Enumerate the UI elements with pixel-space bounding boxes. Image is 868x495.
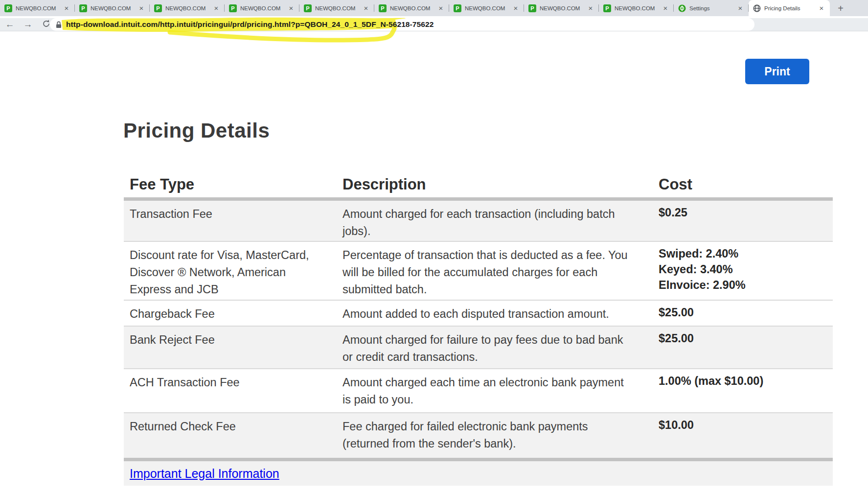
p-favicon: P [603, 4, 611, 12]
table-header-row: Fee Type Description Cost [124, 173, 833, 197]
description-cell: Amount charged each time an electronic b… [337, 369, 653, 412]
table-top-divider [124, 197, 833, 201]
address-bar[interactable]: http-download.intuit.com/http.intuit/pri… [50, 18, 754, 31]
p-favicon: P [4, 4, 12, 12]
tab-close-icon[interactable]: × [437, 4, 445, 12]
forward-icon[interactable]: → [22, 19, 34, 30]
cost-cell: $25.00 [653, 301, 833, 326]
fee-table-row-2: Discount rate for Visa, MasterCard, Disc… [124, 241, 833, 300]
globe-icon [753, 4, 761, 12]
tab-title: Pricing Details [764, 5, 814, 11]
print-button[interactable]: Print [745, 59, 809, 84]
tab-strip: PNEWQBO.COM×PNEWQBO.COM×PNEWQBO.COM×PNEW… [0, 0, 868, 16]
cost-cell: 1.00% (max $10.00) [653, 369, 833, 412]
tab-title: NEWQBO.COM [165, 5, 209, 11]
fee-table-row-1: Transaction FeeAmount charged for each t… [124, 201, 833, 241]
p-favicon: P [454, 4, 461, 12]
fee-table-row-6: Returned Check FeeFee charged for failed… [124, 412, 833, 458]
browser-tab-newqbo-com-2[interactable]: PNEWQBO.COM× [150, 0, 225, 16]
tab-title: NEWQBO.COM [390, 5, 434, 11]
tab-close-icon[interactable]: × [287, 4, 295, 12]
tab-title: NEWQBO.COM [16, 5, 59, 11]
tab-title: NEWQBO.COM [615, 5, 658, 11]
tab-title: NEWQBO.COM [315, 5, 359, 11]
p-favicon: P [79, 4, 87, 12]
browser-tab-newqbo-com-4[interactable]: PNEWQBO.COM× [299, 0, 374, 16]
important-legal-information-link[interactable]: Important Legal Information [130, 467, 279, 481]
tab-title: NEWQBO.COM [540, 5, 583, 11]
browser-toolbar: ← → http-download.intuit.com/http.intuit… [0, 16, 868, 31]
p-favicon: P [528, 4, 536, 12]
browser-tab-newqbo-com-3[interactable]: PNEWQBO.COM× [225, 0, 299, 16]
fee-type-cell: Returned Check Fee [124, 413, 337, 458]
column-header-cost: Cost [653, 176, 833, 193]
new-tab-button[interactable]: + [834, 1, 847, 15]
tab-title: NEWQBO.COM [240, 5, 284, 11]
page-content: Print Pricing Details Fee Type Descripti… [0, 32, 868, 495]
back-icon[interactable]: ← [4, 19, 16, 30]
browser-tab-newqbo-com-0[interactable]: PNEWQBO.COM× [0, 0, 75, 16]
url-text: http-download.intuit.com/http.intuit/pri… [66, 20, 434, 29]
tab-close-icon[interactable]: × [137, 4, 145, 12]
description-cell: Amount charged for each transaction (inc… [337, 201, 653, 241]
browser-tab-settings-9[interactable]: Settings× [674, 0, 749, 16]
browser-tab-newqbo-com-8[interactable]: PNEWQBO.COM× [599, 0, 674, 16]
description-cell: Amount added to each disputed transactio… [337, 301, 653, 326]
fee-type-cell: Chargeback Fee [124, 301, 337, 326]
tab-title: Settings [689, 5, 733, 11]
p-favicon: P [379, 4, 387, 12]
fee-type-cell: Discount rate for Visa, MasterCard, Disc… [124, 242, 337, 300]
p-favicon: P [304, 4, 312, 12]
tab-close-icon[interactable]: × [587, 4, 594, 12]
cost-cell: Swiped: 2.40% Keyed: 3.40% EInvoice: 2.9… [653, 242, 833, 300]
tab-title: NEWQBO.COM [91, 5, 134, 11]
p-favicon: P [154, 4, 162, 12]
fee-type-cell: Bank Reject Fee [124, 327, 337, 368]
fee-table-row-5: ACH Transaction FeeAmount charged each t… [124, 368, 833, 412]
column-header-fee-type: Fee Type [124, 176, 337, 193]
tab-close-icon[interactable]: × [63, 4, 70, 12]
tab-close-icon[interactable]: × [736, 4, 744, 12]
tab-title: NEWQBO.COM [465, 5, 508, 11]
padlock-icon [56, 21, 62, 28]
page-title: Pricing Details [123, 119, 270, 142]
p-favicon: P [229, 4, 237, 12]
browser-tab-pricing-details-10[interactable]: Pricing Details× [749, 0, 830, 16]
tab-close-icon[interactable]: × [362, 4, 370, 12]
description-cell: Percentage of transaction that is deduct… [337, 242, 653, 300]
table-footer-row: Important Legal Information [124, 461, 833, 486]
cost-cell: $10.00 [653, 413, 833, 458]
description-cell: Fee charged for failed electronic bank p… [337, 413, 653, 458]
fee-table-row-3: Chargeback FeeAmount added to each dispu… [124, 300, 833, 326]
cost-cell: $0.25 [653, 201, 833, 241]
tab-close-icon[interactable]: × [662, 4, 669, 12]
fee-type-cell: Transaction Fee [124, 201, 337, 241]
table-bottom-divider [124, 458, 833, 461]
fee-table-row-4: Bank Reject FeeAmount charged for failur… [124, 326, 833, 368]
browser-tab-newqbo-com-6[interactable]: PNEWQBO.COM× [449, 0, 524, 16]
column-header-description: Description [337, 176, 653, 193]
fee-type-cell: ACH Transaction Fee [124, 369, 337, 412]
browser-tab-newqbo-com-7[interactable]: PNEWQBO.COM× [524, 0, 599, 16]
tab-close-icon[interactable]: × [212, 4, 220, 12]
browser-tab-newqbo-com-5[interactable]: PNEWQBO.COM× [374, 0, 449, 16]
tab-close-icon[interactable]: × [818, 4, 825, 12]
quickbooks-icon [678, 4, 686, 12]
cost-cell: $25.00 [653, 327, 833, 368]
tab-close-icon[interactable]: × [512, 4, 520, 12]
description-cell: Amount charged for failure to pay fees d… [337, 327, 653, 368]
browser-tab-newqbo-com-1[interactable]: PNEWQBO.COM× [75, 0, 150, 16]
pricing-table: Fee Type Description Cost Transaction Fe… [124, 173, 833, 486]
